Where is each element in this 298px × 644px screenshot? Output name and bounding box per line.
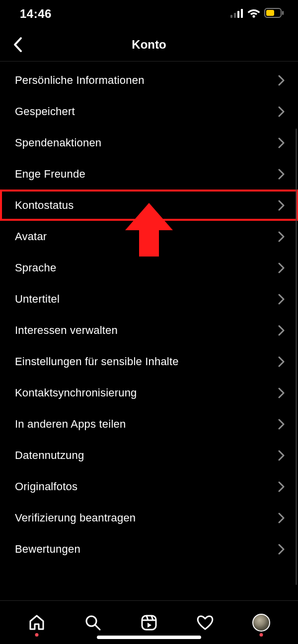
chevron-right-icon <box>278 356 285 368</box>
reels-icon <box>141 614 157 631</box>
menu-row-label: Untertitel <box>15 293 60 306</box>
svg-rect-2 <box>237 11 239 18</box>
menu-row[interactable]: Kontostatus <box>0 190 298 221</box>
svg-line-9 <box>95 625 100 630</box>
menu-row-label: Enge Freunde <box>15 168 85 181</box>
menu-row-label: Kontaktsynchronisierung <box>15 386 137 399</box>
cellular-icon <box>230 7 243 21</box>
tab-reels[interactable] <box>134 608 164 638</box>
svg-rect-1 <box>234 13 236 18</box>
menu-row[interactable]: Originalfotos <box>0 471 298 502</box>
svg-point-4 <box>252 15 255 17</box>
menu-row[interactable]: Gespeichert <box>0 96 298 127</box>
menu-row[interactable]: Interessen verwalten <box>0 315 298 346</box>
menu-row[interactable]: Enge Freunde <box>0 158 298 190</box>
chevron-right-icon <box>278 168 285 180</box>
menu-row[interactable]: Bewertungen <box>0 533 298 565</box>
menu-row[interactable]: In anderen Apps teilen <box>0 408 298 440</box>
menu-row[interactable]: Spendenaktionen <box>0 127 298 158</box>
menu-row-label: Spendenaktionen <box>15 136 101 149</box>
wifi-icon <box>247 7 260 21</box>
svg-rect-10 <box>142 616 156 630</box>
menu-row-label: Verifizierung beantragen <box>15 512 136 524</box>
chevron-right-icon <box>278 324 285 336</box>
tab-search[interactable] <box>78 608 108 638</box>
settings-list: Persönliche InformationenGespeichertSpen… <box>0 62 298 600</box>
search-icon <box>84 614 101 631</box>
menu-row[interactable]: Sprache <box>0 252 298 283</box>
menu-row-label: Einstellungen für sensible Inhalte <box>15 355 179 368</box>
avatar <box>252 614 270 632</box>
menu-row-label: Originalfotos <box>15 480 77 493</box>
page-header: Konto <box>0 28 298 62</box>
status-bar: 14:46 <box>0 0 298 28</box>
chevron-right-icon <box>278 199 285 211</box>
chevron-right-icon <box>278 231 285 243</box>
menu-row-label: Avatar <box>15 230 47 243</box>
chevron-right-icon <box>278 543 285 555</box>
page-title: Konto <box>132 38 166 52</box>
menu-row[interactable]: Einstellungen für sensible Inhalte <box>0 346 298 377</box>
chevron-right-icon <box>278 512 285 524</box>
svg-rect-3 <box>241 9 243 18</box>
menu-row[interactable]: Persönliche Informationen <box>0 64 298 96</box>
scrollbar[interactable] <box>296 129 297 585</box>
tab-activity[interactable] <box>190 608 220 638</box>
notification-dot <box>35 633 39 637</box>
menu-row-label: Interessen verwalten <box>15 324 118 337</box>
menu-row-label: Persönliche Informationen <box>15 74 145 87</box>
menu-row-label: Gespeichert <box>15 105 75 118</box>
chevron-right-icon <box>278 74 285 86</box>
heart-icon <box>196 614 214 631</box>
menu-row[interactable]: Avatar <box>0 221 298 252</box>
chevron-right-icon <box>278 137 285 149</box>
chevron-right-icon <box>278 293 285 305</box>
home-icon <box>28 614 45 631</box>
chevron-left-icon <box>13 37 23 53</box>
menu-row-label: Bewertungen <box>15 543 80 556</box>
svg-rect-0 <box>230 15 232 18</box>
svg-rect-7 <box>266 10 274 16</box>
menu-row[interactable]: Datennutzung <box>0 440 298 471</box>
tab-profile[interactable] <box>246 608 276 638</box>
menu-row-label: Kontostatus <box>15 199 74 212</box>
menu-row-label: Datennutzung <box>15 449 84 462</box>
chevron-right-icon <box>278 387 285 399</box>
chevron-right-icon <box>278 450 285 461</box>
home-indicator[interactable] <box>97 636 201 639</box>
status-indicators <box>230 7 284 21</box>
chevron-right-icon <box>278 418 285 430</box>
chevron-right-icon <box>278 262 285 274</box>
back-button[interactable] <box>7 34 29 56</box>
tab-home[interactable] <box>22 608 52 638</box>
notification-dot <box>259 633 263 637</box>
menu-row-label: In anderen Apps teilen <box>15 418 126 431</box>
menu-row[interactable]: Kontaktsynchronisierung <box>0 377 298 408</box>
battery-icon <box>264 7 284 21</box>
chevron-right-icon <box>278 106 285 118</box>
menu-row[interactable]: Untertitel <box>0 283 298 315</box>
status-time: 14:46 <box>20 7 52 21</box>
menu-row-label: Sprache <box>15 261 56 274</box>
chevron-right-icon <box>278 481 285 493</box>
menu-row[interactable]: Verifizierung beantragen <box>0 502 298 533</box>
svg-rect-6 <box>282 11 284 15</box>
